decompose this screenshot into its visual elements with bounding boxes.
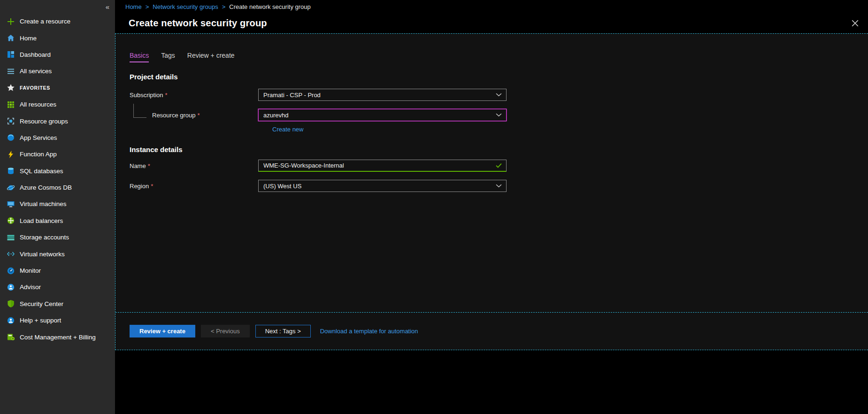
sidebar-item-home[interactable]: Home: [0, 30, 115, 46]
create-new-row: Create new: [272, 125, 868, 133]
instance-details-heading: Instance details: [130, 146, 868, 153]
create-nsg-form-panel: Basics Tags Review + create Project deta…: [115, 33, 868, 350]
sidebar-item-load-balancers[interactable]: Load balancers: [0, 213, 115, 229]
tab-tags[interactable]: Tags: [161, 52, 175, 62]
sidebar-top: «: [0, 0, 115, 13]
sidebar-item-function-app[interactable]: Function App: [0, 146, 115, 162]
close-icon[interactable]: [850, 18, 860, 29]
sidebar-item-security-center[interactable]: Security Center: [0, 296, 115, 312]
sidebar-item-all-services[interactable]: All services: [0, 63, 115, 79]
resource-group-value: azurevhd: [263, 112, 288, 119]
required-marker: *: [198, 112, 200, 119]
list-icon: [7, 67, 15, 76]
sidebar-item-monitor[interactable]: Monitor: [0, 262, 115, 279]
name-field: [258, 160, 507, 172]
app-root: « Create a resource Home Dashboard All s…: [0, 0, 868, 414]
tree-connector: [133, 104, 146, 118]
wizard-footer: Review + create < Previous Next : Tags >…: [115, 312, 868, 350]
region-label-text: Region: [130, 183, 149, 190]
sidebar-item-virtual-networks[interactable]: Virtual networks: [0, 245, 115, 262]
sidebar-item-all-resources[interactable]: All resources: [0, 96, 115, 113]
sidebar-item-label: SQL databases: [20, 168, 63, 175]
resource-groups-icon: [7, 117, 15, 125]
subscription-label-text: Subscription: [130, 92, 163, 99]
sidebar-item-advisor[interactable]: Advisor: [0, 279, 115, 295]
tab-basics[interactable]: Basics: [130, 52, 149, 62]
shield-icon: [7, 299, 15, 308]
download-template-link[interactable]: Download a template for automation: [320, 328, 418, 335]
sidebar-item-label: Resource groups: [20, 118, 68, 125]
subscription-row: Subscription* Pramati - CSP - Prod: [130, 89, 868, 101]
sidebar-item-virtual-machines[interactable]: Virtual machines: [0, 196, 115, 212]
monitor-screen-icon: [7, 200, 15, 208]
resource-group-label: Resource group*: [130, 112, 258, 119]
main-panel: Home > Network security groups > Create …: [115, 0, 868, 414]
chevron-down-icon: [496, 93, 502, 97]
sidebar-item-label: Create a resource: [20, 18, 70, 25]
sidebar-item-label: Virtual networks: [20, 251, 65, 258]
project-details-heading: Project details: [130, 73, 868, 81]
region-dropdown[interactable]: (US) West US: [258, 180, 507, 192]
breadcrumb-current: Create network security group: [229, 3, 310, 10]
breadcrumb-nsg-link[interactable]: Network security groups: [153, 3, 218, 10]
tab-bar: Basics Tags Review + create: [115, 34, 868, 62]
required-marker: *: [148, 162, 150, 169]
sidebar-item-label: Monitor: [20, 267, 41, 274]
previous-button[interactable]: < Previous: [201, 325, 250, 337]
database-icon: [7, 167, 15, 175]
sidebar-item-label: Azure Cosmos DB: [20, 184, 72, 191]
sidebar-item-label: Home: [20, 35, 37, 42]
sidebar-section-favorites: FAVORITES: [0, 80, 115, 96]
page-title: Create network security group: [129, 18, 267, 29]
subscription-dropdown[interactable]: Pramati - CSP - Prod: [258, 89, 507, 101]
plus-icon: [7, 17, 15, 26]
resource-group-dropdown[interactable]: azurevhd: [258, 109, 507, 121]
create-new-link[interactable]: Create new: [272, 126, 303, 133]
resource-group-label-text: Resource group: [152, 112, 196, 119]
sidebar-item-dashboard[interactable]: Dashboard: [0, 46, 115, 63]
sidebar: « Create a resource Home Dashboard All s…: [0, 0, 115, 414]
chevron-down-icon: [496, 184, 502, 188]
region-row: Region* (US) West US: [130, 180, 868, 192]
subscription-label: Subscription*: [130, 92, 258, 99]
sidebar-item-cost-management-billing[interactable]: Cost Management + Billing: [0, 329, 115, 345]
region-value: (US) West US: [263, 183, 301, 190]
sidebar-item-resource-groups[interactable]: Resource groups: [0, 113, 115, 129]
sidebar-item-label: App Services: [20, 134, 57, 141]
globe-icon: [7, 133, 15, 142]
sidebar-section-label: FAVORITES: [20, 85, 50, 91]
sidebar-item-label: Virtual machines: [20, 200, 67, 207]
sidebar-item-app-services[interactable]: App Services: [0, 130, 115, 146]
planet-icon: [7, 184, 15, 192]
sidebar-collapse-button[interactable]: «: [106, 3, 109, 11]
grid-icon: [7, 100, 15, 109]
next-tags-button[interactable]: Next : Tags >: [255, 325, 311, 337]
breadcrumb-separator: >: [222, 3, 226, 10]
resource-group-row: Resource group* azurevhd: [130, 109, 868, 121]
tab-review-create[interactable]: Review + create: [187, 52, 235, 62]
breadcrumb-separator: >: [146, 3, 149, 10]
billing-icon: [7, 333, 15, 341]
sidebar-item-label: Security Center: [20, 300, 63, 307]
sidebar-item-create-a-resource[interactable]: Create a resource: [0, 13, 115, 30]
breadcrumb-home-link[interactable]: Home: [125, 3, 142, 10]
help-icon: [7, 316, 15, 325]
star-icon: [7, 84, 15, 92]
review-create-button[interactable]: Review + create: [130, 325, 195, 337]
sidebar-item-sql-databases[interactable]: SQL databases: [0, 163, 115, 179]
gauge-icon: [7, 267, 15, 275]
sidebar-item-label: Advisor: [20, 284, 41, 291]
sidebar-item-label: Storage accounts: [20, 234, 69, 241]
sidebar-item-help-support[interactable]: Help + support: [0, 312, 115, 329]
sidebar-item-label: Cost Management + Billing: [20, 334, 96, 341]
name-label-text: Name: [130, 162, 146, 169]
balancer-icon: [7, 216, 15, 225]
sidebar-item-storage-accounts[interactable]: Storage accounts: [0, 229, 115, 245]
chevron-down-icon: [496, 113, 502, 117]
sidebar-item-label: All resources: [20, 101, 56, 108]
name-input[interactable]: [260, 162, 496, 169]
name-row: Name*: [130, 160, 868, 172]
sidebar-item-label: Help + support: [20, 317, 61, 324]
sidebar-item-azure-cosmos-db[interactable]: Azure Cosmos DB: [0, 179, 115, 196]
required-marker: *: [151, 183, 153, 190]
